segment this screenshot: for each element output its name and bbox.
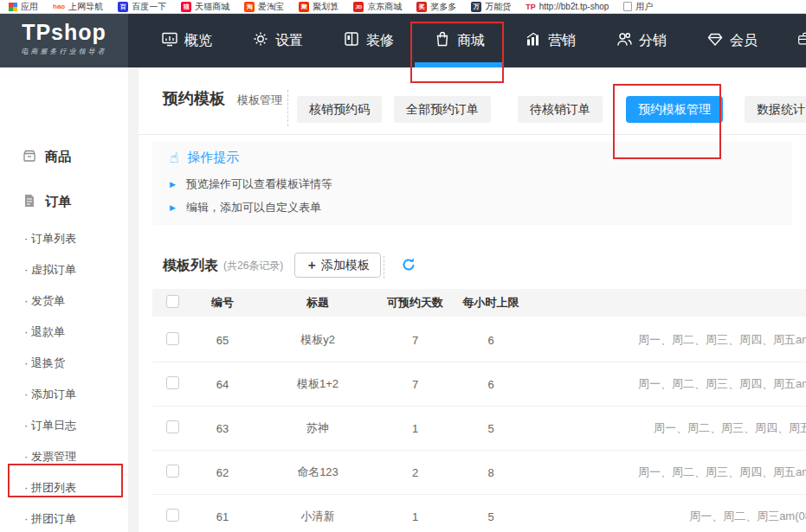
bookmark-label: 应用 xyxy=(21,1,38,13)
cell-id: 65 xyxy=(192,334,253,347)
add-template-label: 添加模板 xyxy=(321,258,370,272)
tips-title: 操作提示 xyxy=(187,150,239,166)
sidebar-item-add-order[interactable]: 添加订单 xyxy=(0,379,128,410)
cell-title: 模板y2 xyxy=(253,332,383,348)
sidebar-item-invoice[interactable]: 发票管理 xyxy=(0,441,128,472)
sidebar-gutter xyxy=(128,67,139,532)
taobao-icon: 淘 xyxy=(244,2,255,12)
page-icon xyxy=(623,2,632,11)
gear-icon xyxy=(252,30,269,51)
add-template-button[interactable]: ＋添加模板 xyxy=(294,253,381,278)
marketing-chart-icon xyxy=(525,30,542,51)
shop-bag-icon xyxy=(434,30,451,51)
nav-label: 概览 xyxy=(184,32,212,50)
logo-tagline: 电商服务行业领导者 xyxy=(0,47,128,56)
sidebar-section-orders[interactable]: 订单 xyxy=(23,194,71,210)
row-checkbox[interactable] xyxy=(166,376,179,389)
bookmark-juhuasuan[interactable]: 聚 聚划算 xyxy=(299,1,339,13)
row-checkbox[interactable] xyxy=(166,332,179,345)
bullet-triangle-icon: ▶ xyxy=(170,180,176,189)
table-row: 63 苏神 1 5 周一、周二、周三、周四、周五 xyxy=(152,407,806,451)
bookmark-jiangduoduo[interactable]: 奖 奖多多 xyxy=(416,1,456,13)
bookmark-apps[interactable]: 应用 xyxy=(9,1,38,13)
sidebar-item-group-list[interactable]: 拼团列表 xyxy=(0,472,128,503)
cell-hourly: 6 xyxy=(448,378,534,391)
select-all-checkbox[interactable] xyxy=(166,295,179,308)
nav-item-shop[interactable]: 商城 xyxy=(434,14,485,67)
sidebar-section-label: 商品 xyxy=(45,149,71,165)
tip-line: ▶ 预览操作可以查看模板详情等 xyxy=(170,176,332,192)
nav-item-settings[interactable]: 设置 xyxy=(252,14,303,67)
nav-label: 分销 xyxy=(639,32,667,50)
sidebar-item-order-log[interactable]: 订单日志 xyxy=(0,410,128,441)
bookmarks-bar: 应用 hao 上网导航 百 百度一下 猫 天猫商城 淘 爱淘宝 聚 聚划算 JD… xyxy=(0,0,806,13)
cell-id: 63 xyxy=(192,422,253,435)
cell-schedule: 周一、周二、周三、周四、周五am xyxy=(534,376,806,392)
sidebar-item-order-list[interactable]: 订单列表 xyxy=(0,223,128,254)
bookmark-tmall[interactable]: 猫 天猫商城 xyxy=(181,1,229,13)
apps-grid-icon xyxy=(9,3,17,11)
cell-days: 2 xyxy=(383,466,448,479)
table-body: 65 模板y2 7 6 周一、周二、周三、周四、周五am 64 模板1+2 7 … xyxy=(152,318,806,532)
tab-all-orders[interactable]: 全部预约订单 xyxy=(394,96,491,123)
tpshop-logo[interactable]: TPshop 电商服务行业领导者 xyxy=(0,14,128,67)
table-row: 64 模板1+2 7 6 周一、周二、周三、周四、周五am xyxy=(152,362,806,407)
bookmark-label: 用户 xyxy=(635,1,653,13)
tab-template-manage[interactable]: 预约模板管理 xyxy=(626,96,723,123)
sidebar-item-return[interactable]: 退换货 xyxy=(0,348,128,379)
cell-hourly: 5 xyxy=(448,510,534,523)
order-doc-icon xyxy=(23,194,36,210)
row-checkbox[interactable] xyxy=(166,465,179,478)
nav-item-decorate[interactable]: 装修 xyxy=(343,14,394,67)
bookmark-baidu[interactable]: 百 百度一下 xyxy=(118,1,166,13)
table-row: 61 小清新 1 5 周一、周二、周三am(08 xyxy=(152,495,806,532)
cell-id: 61 xyxy=(192,510,253,523)
nav-item-overview[interactable]: 概览 xyxy=(161,14,212,67)
bookmark-taobao[interactable]: 淘 爱淘宝 xyxy=(244,1,284,13)
plus-icon: ＋ xyxy=(306,258,318,272)
refresh-icon[interactable] xyxy=(401,257,416,272)
tab-verify-code[interactable]: 核销预约码 xyxy=(297,96,382,123)
nav-item-partial[interactable] xyxy=(797,14,806,67)
row-checkbox[interactable] xyxy=(166,509,179,522)
tab-statistics[interactable]: 数据统计 xyxy=(745,96,806,123)
cell-title: 命名123 xyxy=(253,465,383,480)
list-head: 模板列表 (共26条记录) xyxy=(163,253,283,279)
bookmark-user[interactable]: 用户 xyxy=(623,1,653,13)
juhuasuan-icon: 聚 xyxy=(299,2,309,12)
wannengdai-icon: 万 xyxy=(471,2,481,12)
nav-item-distribution[interactable]: 分销 xyxy=(616,14,667,67)
cell-id: 62 xyxy=(192,466,253,479)
cell-schedule: 周一、周二、周三am(08 xyxy=(534,509,806,524)
nav-item-marketing[interactable]: 营销 xyxy=(525,14,576,67)
diamond-icon xyxy=(706,30,724,51)
sidebar-item-refund[interactable]: 退款单 xyxy=(0,317,128,348)
nav-label: 设置 xyxy=(275,32,303,50)
goods-icon xyxy=(23,149,36,165)
cell-hourly: 5 xyxy=(448,422,534,435)
hand-tap-icon: ☝ xyxy=(170,149,178,167)
cell-schedule: 周一、周二、周三、周四、周五 xyxy=(534,420,806,436)
cell-hourly: 6 xyxy=(448,334,534,347)
nav-label: 装修 xyxy=(366,32,394,50)
nav-item-member[interactable]: 会员 xyxy=(706,14,758,67)
sidebar-item-group-order[interactable]: 拼团订单 xyxy=(0,503,128,532)
bookmark-wannengdai[interactable]: 万 万能贷 xyxy=(471,1,511,13)
page-subtitle: 模板管理 xyxy=(237,93,282,108)
row-checkbox[interactable] xyxy=(166,420,179,433)
tab-pending-orders[interactable]: 待核销订单 xyxy=(518,96,603,123)
record-count: (共26条记录) xyxy=(223,259,283,273)
sidebar-item-shipping[interactable]: 发货单 xyxy=(0,285,128,317)
sidebar-section-goods[interactable]: 商品 xyxy=(23,149,71,165)
bookmark-hao123[interactable]: hao 上网导航 xyxy=(53,1,103,13)
bookmark-tpshop-url[interactable]: TP http://bb2t.tp-shop xyxy=(526,2,609,12)
jd-icon: JD xyxy=(353,2,364,12)
overview-icon xyxy=(161,30,178,51)
bookmark-jd[interactable]: JD 京东商城 xyxy=(353,1,402,13)
sidebar-item-virtual-order[interactable]: 虚拟订单 xyxy=(0,254,128,285)
app-header: TPshop 电商服务行业领导者 概览 设置 装修 商城 营销 分销 xyxy=(0,14,806,67)
bookmark-label: 百度一下 xyxy=(132,1,166,13)
tips-title-row: ☝ 操作提示 xyxy=(170,149,239,167)
col-header-days: 可预约天数 xyxy=(383,295,448,311)
bookmark-label: http://bb2t.tp-shop xyxy=(539,2,609,11)
